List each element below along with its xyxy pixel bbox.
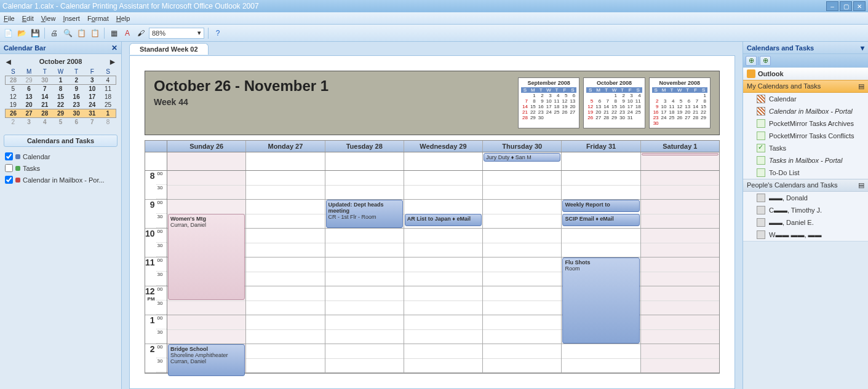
time-slot[interactable] <box>483 171 561 186</box>
calendar-toggle[interactable]: Calendar in Mailbox - Por... <box>5 174 116 186</box>
time-slot[interactable] <box>641 359 719 374</box>
minical-day[interactable]: 1 <box>53 76 69 85</box>
my-calendars-header[interactable]: My Calendars and Tasks▤ <box>743 80 868 93</box>
time-slot[interactable] <box>641 186 719 200</box>
time-slot[interactable] <box>483 315 561 330</box>
all-day-cell[interactable] <box>562 152 640 170</box>
time-slot[interactable] <box>325 286 404 301</box>
time-slot[interactable] <box>483 344 561 359</box>
time-slot[interactable] <box>246 200 324 214</box>
time-slot[interactable] <box>404 171 482 186</box>
time-slot[interactable] <box>641 301 719 316</box>
calendar-item[interactable]: Tasks <box>743 142 868 154</box>
time-slot[interactable] <box>404 186 482 200</box>
time-slot[interactable] <box>641 200 719 214</box>
minical-day[interactable]: 5 <box>53 118 69 127</box>
time-slot[interactable] <box>246 301 324 316</box>
minical-day[interactable]: 28 <box>6 76 22 85</box>
all-day-cell[interactable] <box>641 152 719 170</box>
time-slot[interactable] <box>246 315 324 330</box>
minical-day[interactable]: 28 <box>37 109 53 118</box>
checkbox[interactable] <box>5 164 13 172</box>
copy-icon[interactable]: 📋 <box>76 28 87 39</box>
time-slot[interactable] <box>404 330 482 345</box>
minical-day[interactable]: 15 <box>53 93 69 101</box>
time-slot[interactable] <box>562 359 640 374</box>
minical-day[interactable]: 24 <box>84 101 100 109</box>
peoples-calendars-header[interactable]: People's Calendars and Tasks▤ <box>743 179 868 192</box>
person-calendar-item[interactable]: ▬▬, Daniel E. <box>743 216 868 229</box>
outlook-section[interactable]: Outlook <box>743 68 868 80</box>
time-slot[interactable] <box>483 301 561 316</box>
forward-icon[interactable]: ⊕ <box>760 56 771 66</box>
time-slot[interactable] <box>562 171 640 186</box>
menu-edit[interactable]: Edit <box>22 15 34 22</box>
save-icon[interactable]: 💾 <box>30 28 41 39</box>
minical-day[interactable]: 30 <box>37 76 53 85</box>
minical-day[interactable]: 17 <box>84 93 100 101</box>
minical-day[interactable]: 26 <box>6 109 22 118</box>
minimize-button[interactable]: – <box>826 1 838 11</box>
minical-day[interactable]: 21 <box>37 101 53 109</box>
time-slot[interactable] <box>325 272 404 287</box>
minical-day[interactable]: 20 <box>21 101 37 109</box>
time-slot[interactable] <box>325 330 404 345</box>
time-slot[interactable] <box>562 344 640 359</box>
calendar-event[interactable]: Updated: Dept heads meetingCR - 1st Flr … <box>326 200 403 228</box>
menu-view[interactable]: View <box>41 15 56 22</box>
minical-day[interactable]: 3 <box>84 76 100 85</box>
time-slot[interactable] <box>325 171 404 186</box>
time-slot[interactable] <box>404 315 482 330</box>
time-slot[interactable] <box>246 359 324 374</box>
minical-day[interactable]: 13 <box>21 93 37 101</box>
time-slot[interactable] <box>325 315 404 330</box>
calendar-toggle[interactable]: Tasks <box>5 162 116 174</box>
preview-icon[interactable]: 🔍 <box>62 28 73 39</box>
time-slot[interactable] <box>246 344 324 359</box>
time-slot[interactable] <box>641 330 719 345</box>
minical-day[interactable]: 11 <box>100 85 116 93</box>
time-slot[interactable] <box>167 200 245 214</box>
minical-day[interactable]: 8 <box>53 85 69 93</box>
menu-format[interactable]: Format <box>87 15 109 22</box>
time-slot[interactable] <box>404 257 482 272</box>
time-slot[interactable] <box>404 200 482 214</box>
minical-day[interactable]: 6 <box>21 85 37 93</box>
minical-day[interactable]: 14 <box>37 93 53 101</box>
time-slot[interactable] <box>404 229 482 243</box>
all-day-cell[interactable] <box>167 152 246 170</box>
person-calendar-item[interactable]: ▬▬, Donald <box>743 192 868 204</box>
color-icon[interactable]: 🖌 <box>135 28 146 39</box>
open-icon[interactable]: 📂 <box>16 28 27 39</box>
minical-day[interactable]: 1 <box>100 109 116 118</box>
font-icon[interactable]: A <box>122 28 133 39</box>
minical-day[interactable]: 6 <box>68 118 84 127</box>
time-slot[interactable] <box>325 301 404 316</box>
print-icon[interactable]: 🖨 <box>49 28 60 39</box>
time-slot[interactable] <box>246 286 324 301</box>
time-slot[interactable] <box>246 330 324 345</box>
mini-calendar-grid[interactable]: SMTWTFS282930123456789101112131415161718… <box>5 68 116 126</box>
time-slot[interactable] <box>483 229 561 243</box>
person-calendar-item[interactable]: C▬▬, Timothy J. <box>743 204 868 216</box>
minical-day[interactable]: 27 <box>21 109 37 118</box>
time-slot[interactable] <box>325 229 404 243</box>
checkbox[interactable] <box>5 176 13 184</box>
help-icon[interactable]: ? <box>212 28 223 39</box>
time-slot[interactable] <box>404 286 482 301</box>
time-slot[interactable] <box>483 257 561 272</box>
time-slot[interactable] <box>246 272 324 287</box>
collapse-pane-icon[interactable]: ▾ <box>861 44 864 52</box>
minical-day[interactable]: 19 <box>6 101 22 109</box>
minical-day[interactable]: 2 <box>68 76 84 85</box>
minical-day[interactable]: 4 <box>100 76 116 85</box>
time-slot[interactable] <box>483 359 561 374</box>
time-slot[interactable] <box>483 243 561 258</box>
minical-day[interactable]: 30 <box>68 109 84 118</box>
calendar-event[interactable]: Bridge SchoolShoreline AmphitheaterCurra… <box>168 344 245 376</box>
time-slot[interactable] <box>641 272 719 287</box>
minical-day[interactable]: 9 <box>68 85 84 93</box>
minical-day[interactable]: 29 <box>21 76 37 85</box>
time-slot[interactable] <box>483 200 561 214</box>
time-slot[interactable] <box>167 186 245 200</box>
